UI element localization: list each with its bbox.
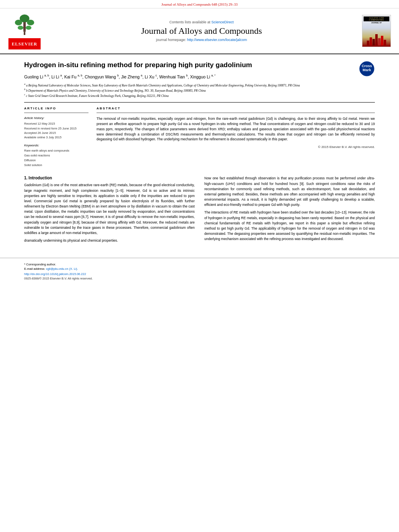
available-date: Available online 3 July 2015 — [24, 135, 88, 140]
intro-para-3: Now one fact established through observa… — [204, 176, 375, 207]
journal-title-section: Contents lists available at ScienceDirec… — [47, 12, 356, 49]
body-col-right: Now one fact established through observa… — [204, 176, 375, 246]
paper-title: Hydrogen in-situ refining method for pre… — [24, 61, 375, 70]
elsevier-wordmark: ELSEVIER — [8, 38, 41, 49]
email-line: E-mail address: xgli@pku.edu.cn (X. Li). — [24, 267, 375, 271]
affiliation-b: b b Department of Materials Physics and … — [24, 88, 375, 93]
keyword-3: Diffusion — [24, 158, 88, 163]
keywords-title: Keywords: — [24, 144, 88, 147]
copyright-line: 0925-8388/© 2015 Elsevier B.V. All right… — [24, 277, 375, 280]
elsevier-logo-section: ELSEVIER — [6, 12, 43, 49]
cover-chart — [364, 24, 389, 45]
introduction-heading: 1. Introduction — [24, 176, 195, 180]
contents-available-text: Contents lists available at ScienceDirec… — [169, 20, 234, 24]
svg-point-2 — [27, 20, 34, 25]
crossmark-badge: Cross Mark — [359, 61, 375, 78]
info-divider — [24, 113, 88, 113]
journal-reference: Journal of Alloys and Compounds 648 (201… — [0, 0, 399, 8]
author-sup-h: a, * — [211, 74, 216, 77]
affiliation-c: c c State Grid Smart Grid Research Insti… — [24, 93, 375, 98]
intro-para-2: dramatically undermining its physical an… — [24, 238, 195, 243]
body-col-left: 1. Introduction Gadolinium (Gd) is one o… — [24, 176, 195, 246]
author-sup-a: a, b — [44, 74, 49, 77]
author-sup-e: a — [141, 74, 142, 77]
homepage-line: journal homepage: http://www.elsevier.co… — [156, 38, 247, 42]
article-info-title: ARTICLE INFO — [24, 107, 88, 110]
corresponding-author-note: * Corresponding author. — [24, 262, 375, 267]
authors-line: Guoling Li a, b, Li Li a, Kai Fu a, b, C… — [24, 74, 375, 80]
author-sup-d: b — [117, 74, 119, 77]
body-section: 1. Introduction Gadolinium (Gd) is one o… — [0, 168, 399, 254]
author-sup-g: b — [186, 74, 188, 77]
info-abstract-section: ARTICLE INFO Article history: Received 1… — [24, 107, 375, 168]
svg-text:Mark: Mark — [362, 68, 371, 72]
section-divider — [24, 102, 375, 103]
svg-rect-3 — [23, 22, 26, 30]
cover-thumbnail: ALLOYS AND COMPOUNDS JOURNAL OF — [362, 15, 391, 47]
amount-text: amount — [49, 231, 61, 235]
abstract-divider — [97, 113, 375, 113]
sciencedirect-link[interactable]: ScienceDirect — [212, 20, 234, 24]
keyword-2: Gas-solid reactions — [24, 153, 88, 158]
received-date: Received 12 May 2015 — [24, 121, 88, 126]
article-info-panel: ARTICLE INFO Article history: Received 1… — [24, 107, 88, 168]
svg-point-4 — [18, 26, 23, 30]
journal-header: ELSEVIER Contents lists available at Sci… — [0, 8, 399, 54]
svg-rect-7 — [24, 32, 25, 35]
homepage-url[interactable]: http://www.elsevier.com/locate/jalcom — [187, 38, 247, 42]
journal-cover-image: ALLOYS AND COMPOUNDS JOURNAL OF — [360, 12, 393, 49]
accepted-date: Accepted 26 June 2015 — [24, 131, 88, 135]
intro-para-1: Gadolinium (Gd) is one of the most attra… — [24, 183, 195, 236]
cover-label: ALLOYS AND COMPOUNDS — [364, 16, 389, 21]
article-history-title: Article history: — [24, 116, 88, 120]
journal-name: Journal of Alloys and Compounds — [141, 26, 262, 36]
elsevier-tree-icon — [8, 12, 41, 37]
svg-point-5 — [26, 26, 31, 30]
svg-point-6 — [23, 30, 26, 32]
abstract-copyright: © 2015 Elsevier B.V. All rights reserved… — [97, 145, 375, 149]
abstract-text: The removal of non-metallic impurities, … — [97, 116, 375, 142]
paper-content: Cross Mark Hydrogen in-situ refining met… — [0, 54, 399, 168]
intro-para-4: The interactions of RE metals with hydro… — [204, 210, 375, 242]
author-sup-b: a — [60, 74, 62, 77]
footnote-section: * Corresponding author. E-mail address: … — [0, 258, 399, 284]
svg-text:Cross: Cross — [362, 64, 372, 68]
author-sup-c: a, b — [78, 74, 82, 77]
body-two-col: 1. Introduction Gadolinium (Gd) is one o… — [24, 176, 375, 246]
author-sup-f: c — [156, 74, 157, 77]
affiliation-a: a a Beijing National Laboratory of Molec… — [24, 82, 375, 88]
keyword-1: Rare earth alloys and compounds — [24, 148, 88, 153]
abstract-panel: ABSTRACT The removal of non-metallic imp… — [97, 107, 375, 168]
doi-line[interactable]: http://dx.doi.org/10.1016/j.jallcom.2015… — [24, 272, 375, 276]
revised-date: Received in revised form 25 June 2015 — [24, 126, 88, 131]
email-link[interactable]: xgli@pku.edu.cn (X. Li). — [46, 267, 78, 271]
abstract-title: ABSTRACT — [97, 107, 375, 110]
svg-point-1 — [15, 20, 22, 25]
keyword-4: Solid solution — [24, 163, 88, 168]
affiliations: a a Beijing National Laboratory of Molec… — [24, 82, 375, 98]
